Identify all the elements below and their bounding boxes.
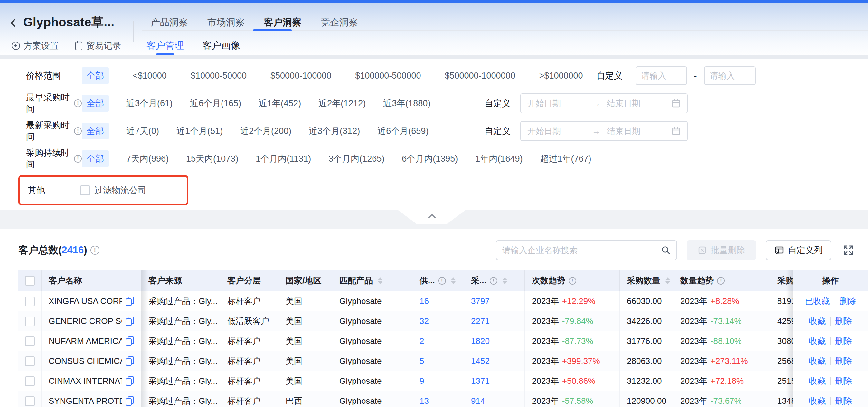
favorite-link[interactable]: 收藏 <box>809 336 826 347</box>
latest-custom-label[interactable]: 自定义 <box>485 125 510 137</box>
filter-option[interactable]: $10000-50000 <box>191 71 247 81</box>
cell-times-trend: 2023年-79.84% <box>525 311 620 331</box>
subtab-customer-management[interactable]: 客户管理 <box>147 39 184 52</box>
filter-logistics-checkbox[interactable] <box>80 185 90 195</box>
collapse-filters-tab[interactable] <box>398 210 465 224</box>
copy-icon[interactable] <box>126 396 134 406</box>
copy-icon[interactable] <box>126 337 134 346</box>
info-icon[interactable] <box>74 127 82 135</box>
row-checkbox[interactable] <box>25 376 35 386</box>
suppliers-count-link[interactable]: 9 <box>420 376 424 386</box>
filter-option[interactable]: 近1个月(51) <box>177 125 223 137</box>
filter-option[interactable]: 7天内(996) <box>126 153 169 164</box>
filter-option[interactable]: <$10000 <box>133 71 167 81</box>
filter-option[interactable]: 近1年(452) <box>258 98 301 109</box>
row-checkbox[interactable] <box>25 296 35 306</box>
filter-option[interactable]: 近3年(1880) <box>383 98 430 109</box>
delete-link[interactable]: 删除 <box>835 396 852 407</box>
filter-option-all[interactable]: 全部 <box>82 150 109 167</box>
earliest-custom-label[interactable]: 自定义 <box>485 98 510 109</box>
filter-option[interactable]: $500000-1000000 <box>445 71 515 81</box>
tab-competitor-insight[interactable]: 竞企洞察 <box>321 16 358 32</box>
copy-icon[interactable] <box>126 296 134 306</box>
price-custom-label[interactable]: 自定义 <box>597 70 623 82</box>
favorite-link[interactable]: 已收藏 <box>805 295 830 307</box>
purchases-count-link[interactable]: 914 <box>471 396 485 406</box>
row-checkbox[interactable] <box>25 396 35 406</box>
select-all-checkbox[interactable] <box>25 276 35 286</box>
delete-link[interactable]: 删除 <box>835 355 852 367</box>
filter-option[interactable]: 15天内(1073) <box>186 153 238 164</box>
info-icon[interactable] <box>90 246 99 255</box>
filter-option[interactable]: 近7天(0) <box>126 125 159 137</box>
sort-icon[interactable] <box>451 277 456 284</box>
info-icon[interactable] <box>74 99 82 107</box>
sort-icon[interactable] <box>665 277 670 284</box>
back-icon[interactable] <box>10 19 18 27</box>
suppliers-count-link[interactable]: 32 <box>420 316 429 326</box>
row-checkbox[interactable] <box>25 337 35 346</box>
filter-option-all[interactable]: 全部 <box>82 123 109 139</box>
filter-option[interactable]: 1年内(1649) <box>475 153 523 164</box>
copy-icon[interactable] <box>126 376 134 386</box>
favorite-link[interactable]: 收藏 <box>809 396 826 407</box>
earliest-date-range-picker[interactable]: 开始日期 → 结束日期 <box>520 93 688 113</box>
filter-option[interactable]: 3个月内(1265) <box>329 153 384 164</box>
tab-product-insight[interactable]: 产品洞察 <box>151 16 188 32</box>
filter-option-all[interactable]: 全部 <box>82 95 109 112</box>
filter-option[interactable]: >$1000000 <box>539 71 583 81</box>
date-arrow-icon: → <box>592 98 600 108</box>
filter-option[interactable]: 近6个月(165) <box>190 98 241 109</box>
purchases-count-link[interactable]: 3797 <box>471 296 490 306</box>
delete-link[interactable]: 删除 <box>840 295 857 307</box>
price-max-input[interactable] <box>704 66 756 85</box>
filter-option[interactable]: 1个月内(1131) <box>256 153 311 164</box>
price-min-input[interactable] <box>636 66 687 85</box>
filter-option[interactable]: $50000-100000 <box>271 71 331 81</box>
filter-option[interactable]: 近3个月(61) <box>126 98 173 109</box>
row-checkbox[interactable] <box>25 356 35 366</box>
filter-option[interactable]: 超过1年(767) <box>540 153 591 164</box>
company-search-input[interactable] <box>502 245 661 255</box>
suppliers-count-link[interactable]: 2 <box>420 336 424 346</box>
suppliers-count-link[interactable]: 13 <box>420 396 429 406</box>
favorite-link[interactable]: 收藏 <box>809 316 826 327</box>
filter-option[interactable]: 近3个月(312) <box>309 125 360 137</box>
custom-columns-button[interactable]: 自定义列 <box>766 240 831 260</box>
delete-link[interactable]: 删除 <box>835 375 852 387</box>
delete-link[interactable]: 删除 <box>835 316 852 327</box>
purchases-count-link[interactable]: 2271 <box>471 316 490 326</box>
tab-market-insight[interactable]: 市场洞察 <box>207 16 245 32</box>
info-icon[interactable] <box>438 277 446 285</box>
suppliers-count-link[interactable]: 5 <box>420 356 424 366</box>
purchases-count-link[interactable]: 1371 <box>471 376 490 386</box>
favorite-link[interactable]: 收藏 <box>809 375 826 387</box>
filter-option[interactable]: 近2年(1212) <box>318 98 366 109</box>
purchases-count-link[interactable]: 1820 <box>471 336 490 346</box>
favorite-link[interactable]: 收藏 <box>809 355 826 367</box>
filter-option[interactable]: 近2个月(200) <box>240 125 291 137</box>
filter-option[interactable]: $100000-500000 <box>355 71 421 81</box>
fullscreen-icon[interactable] <box>843 245 854 256</box>
filter-option[interactable]: 近6个月(659) <box>377 125 429 137</box>
batch-delete-button[interactable]: 批量删除 <box>687 240 756 260</box>
delete-link[interactable]: 删除 <box>835 336 852 347</box>
search-icon[interactable] <box>661 245 671 255</box>
trade-records-button[interactable]: 贸易记录 <box>75 40 121 52</box>
info-icon[interactable] <box>490 277 497 285</box>
filter-option-all[interactable]: 全部 <box>82 67 109 84</box>
scheme-settings-button[interactable]: 方案设置 <box>11 40 59 52</box>
info-icon[interactable] <box>74 155 82 163</box>
copy-icon[interactable] <box>126 356 134 366</box>
row-checkbox[interactable] <box>25 316 35 326</box>
purchases-count-link[interactable]: 1452 <box>471 356 490 366</box>
filter-option[interactable]: 6个月内(1395) <box>402 153 458 164</box>
latest-date-range-picker[interactable]: 开始日期 → 结束日期 <box>520 121 688 141</box>
info-icon[interactable] <box>717 277 725 285</box>
suppliers-count-link[interactable]: 16 <box>420 296 429 306</box>
sort-icon[interactable] <box>378 277 382 284</box>
info-icon[interactable] <box>568 277 576 285</box>
subtab-customer-profile[interactable]: 客户画像 <box>203 39 240 52</box>
copy-icon[interactable] <box>126 316 134 326</box>
sort-icon[interactable] <box>503 277 507 284</box>
